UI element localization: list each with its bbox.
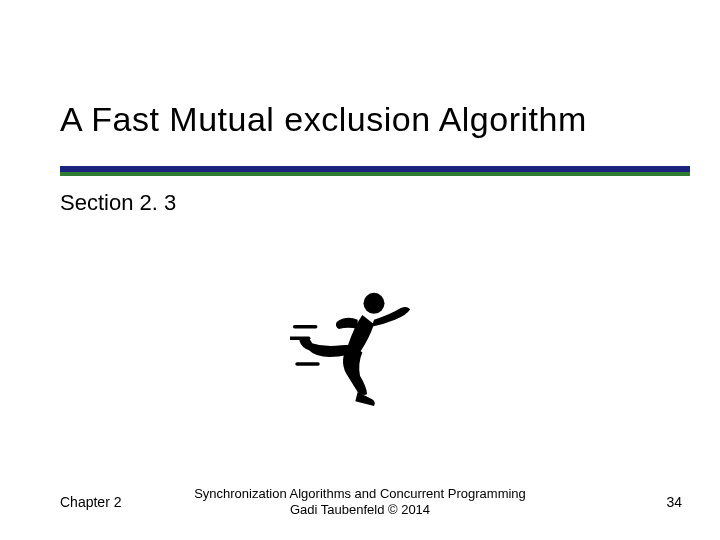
- footer-author-copyright: Gadi Taubenfeld © 2014: [194, 502, 526, 518]
- section-label: Section 2. 3: [60, 190, 176, 216]
- footer-chapter: Chapter 2: [60, 494, 121, 510]
- svg-point-0: [364, 293, 385, 314]
- slide: A Fast Mutual exclusion Algorithm Sectio…: [0, 0, 720, 540]
- title-underline: [60, 166, 690, 176]
- runner-icon: [290, 280, 430, 420]
- rule-bottom: [60, 172, 690, 176]
- page-number: 34: [666, 494, 682, 510]
- footer-attribution: Synchronization Algorithms and Concurren…: [194, 486, 526, 519]
- slide-title: A Fast Mutual exclusion Algorithm: [60, 100, 680, 139]
- footer-book-title: Synchronization Algorithms and Concurren…: [194, 486, 526, 502]
